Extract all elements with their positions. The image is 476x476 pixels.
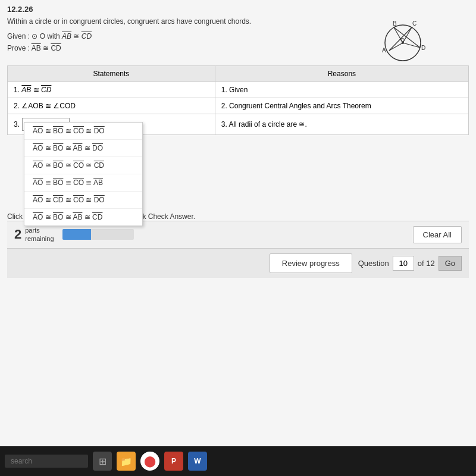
dropdown-menu[interactable]: AO ≅ BO ≅ CO ≅ DO AO ≅ BO ≅ AB ≅ DO AO ≅…	[24, 122, 143, 226]
statement-3-number: 3.	[14, 120, 20, 129]
dropdown-item-6[interactable]: AO ≅ BO ≅ AB ≅ CD	[24, 209, 142, 226]
question-nav: Question of 12 Go	[358, 256, 462, 271]
question-label: Question	[358, 259, 389, 268]
taskbar-folder-icon[interactable]: 📁	[117, 452, 136, 471]
remaining-label: remaining	[25, 234, 54, 243]
taskbar-icons: ⊞ 📁 ⬤ P W	[93, 452, 207, 471]
clear-all-button[interactable]: Clear All	[413, 226, 462, 243]
label-C: C	[412, 20, 416, 27]
review-progress-button[interactable]: Review progress	[270, 253, 352, 273]
dropdown-item-4[interactable]: AO ≅ BO ≅ CO ≅ AB	[24, 174, 142, 192]
table-row: 2. ∠AOB ≅ ∠COD 2. Congruent Central Angl…	[8, 98, 469, 114]
label-B: B	[393, 20, 397, 27]
statement-2: 2. ∠AOB ≅ ∠COD	[8, 98, 215, 114]
taskbar-powerpoint-icon[interactable]: P	[164, 452, 183, 471]
reason-2: 2. Congruent Central Angles and Arcs The…	[215, 98, 468, 114]
dropdown-item-3[interactable]: AO ≅ BO ≅ CO ≅ CD	[24, 157, 142, 174]
taskbar-monitor-icon[interactable]: ⊞	[93, 452, 112, 471]
screen: 12.2.26 Within a circle or in congruent …	[0, 0, 476, 476]
statements-header: Statements	[8, 65, 215, 82]
label-D: D	[421, 45, 425, 51]
parts-remaining: parts remaining	[25, 226, 54, 243]
given-value: ⊙ O with AB ≅ CD	[32, 32, 92, 40]
circle-diagram: B C A O D	[375, 18, 428, 65]
dropdown-item-2[interactable]: AO ≅ BO ≅ AB ≅ DO	[24, 140, 142, 157]
progress-bar-fill	[62, 229, 91, 240]
go-button[interactable]: Go	[439, 256, 462, 271]
taskbar-word-icon[interactable]: W	[188, 452, 207, 471]
lesson-id: 12.2.26	[7, 5, 469, 14]
dropdown-item-1[interactable]: AO ≅ BO ≅ CO ≅ DO	[24, 123, 142, 140]
parts-label: parts	[25, 226, 54, 234]
progress-bar-container	[62, 229, 134, 240]
parts-section: 2 parts remaining	[14, 226, 134, 243]
given-label: Given :	[7, 32, 30, 40]
search-input[interactable]	[5, 455, 88, 468]
question-number-input[interactable]	[393, 256, 414, 271]
parts-number: 2	[14, 228, 21, 241]
taskbar-chrome-icon[interactable]: ⬤	[140, 452, 159, 471]
reasons-header: Reasons	[215, 65, 468, 82]
dropdown-item-5[interactable]: AO ≅ CD ≅ CO ≅ DO	[24, 192, 142, 209]
content-area: 12.2.26 Within a circle or in congruent …	[0, 0, 476, 446]
of-label: of 12	[418, 259, 435, 268]
table-row: 1. AB ≅ CD 1. Given	[8, 82, 469, 98]
reason-3: 3. All radii of a circle are ≅.	[215, 114, 468, 134]
reason-1: 1. Given	[215, 82, 468, 98]
label-O: O	[400, 37, 405, 43]
top-section: Within a circle or in congruent circles,…	[7, 17, 469, 61]
taskbar: ⊞ 📁 ⬤ P W	[0, 446, 476, 476]
diagram-svg: B C A O D	[375, 18, 428, 65]
review-bar: Review progress Question of 12 Go	[7, 248, 469, 278]
prove-label: Prove :	[7, 44, 30, 52]
prove-value: AB ≅ CD	[32, 44, 61, 52]
statement-1: 1. AB ≅ CD	[8, 82, 215, 98]
label-A: A	[382, 47, 386, 54]
